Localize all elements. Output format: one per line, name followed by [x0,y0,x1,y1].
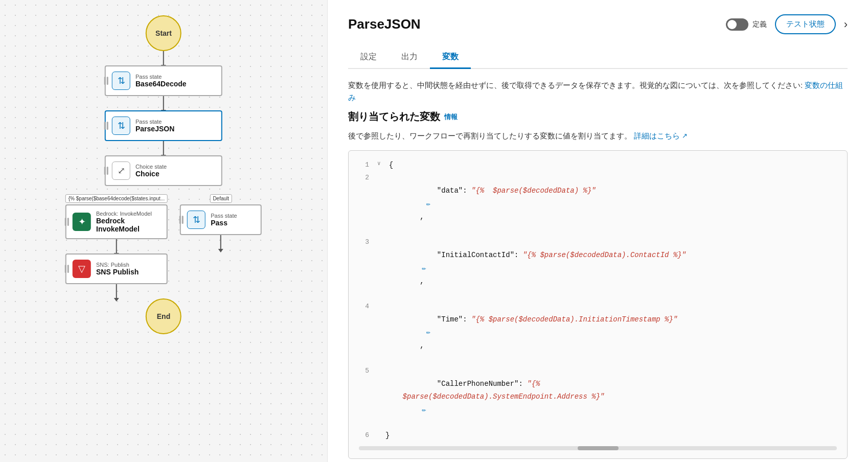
code-line-3: 3 "InitialContactId": "{% $parse($decode… [359,236,837,301]
scrollbar-thumb[interactable] [578,446,619,450]
tab-config[interactable]: 設定 [348,47,389,69]
description-text: 変数を使用すると、中間状態を経由せずに、後で取得できるデータを保存できます。視覚… [348,79,848,104]
node-type-sns: SNS: Publish [96,262,139,268]
connector-pass [220,235,221,249]
code-line-5: 5 "CallerPhoneNumber": "{% $parse($decod… [359,365,837,429]
header-right: 定義 テスト状態 › [726,14,848,34]
info-badge[interactable]: 情報 [444,112,458,122]
page-title: ParseJSON [348,16,421,32]
node-name-bedrock: Bedrock InvokeModel [96,217,161,233]
code-line-2: 2 "data": "{% $parse($decodedData) %}" ✏… [359,172,837,236]
node-sns[interactable]: ▽ SNS: Publish SNS Publish [65,253,168,284]
code-line-1: 1 ∨ { [359,159,837,172]
branch-right: Default ⇅ Pass state Pass [180,194,262,249]
node-name-sns: SNS Publish [96,268,139,276]
node-bedrock[interactable]: ✦ Bedrock: InvokeModel Bedrock InvokeMod… [65,204,168,239]
side-indicator-bedrock [65,218,69,226]
connector-sns [116,284,117,298]
tab-output[interactable]: 出力 [389,47,430,69]
connector-1 [163,51,164,65]
pass-icon-base64: ⇅ [112,72,130,90]
pass-icon-parsejson: ⇅ [112,117,130,135]
external-link-icon: ↗ [682,131,688,142]
node-base64decode[interactable]: ⇅ Pass state Base64Decode [105,65,222,96]
chevron-right-icon[interactable]: › [844,18,848,31]
branch-condition-label: {% $parse($base64decode($states.input... [65,194,168,203]
side-indicator-3 [104,167,108,175]
end-node[interactable]: End [146,298,181,334]
sns-icon: ▽ [73,260,91,278]
assign-text: 後で参照したり、ワークフローで再割り当てしたりする変数に値を割り当てます。 詳細… [348,130,848,142]
edit-icon-2[interactable]: ✏ [426,200,430,208]
detail-header: ParseJSON 定義 テスト状態 › [348,14,848,34]
node-name-parsejson: ParseJSON [135,125,174,133]
code-line-4: 4 "Time": "{% $parse($decodedData).Initi… [359,301,837,365]
default-label: Default [210,194,232,203]
edit-icon-3[interactable]: ✏ [422,264,426,272]
diagram-panel: Start ⇅ Pass state Base64Decode [0,0,327,462]
connector-bedrock [116,239,117,253]
definition-toggle[interactable] [726,18,748,31]
side-indicator-2 [104,122,108,130]
connector-2 [163,96,164,110]
branch-container: {% $parse($base64decode($states.input...… [65,194,262,298]
tab-variables[interactable]: 変数 [430,47,471,69]
detail-panel: ParseJSON 定義 テスト状態 › 設定 出力 変数 変数を使用すると、中… [327,0,868,462]
side-indicator [104,77,108,85]
test-state-button[interactable]: テスト状態 [775,14,836,34]
node-name-choice: Choice [135,170,167,178]
node-type-bedrock: Bedrock: InvokeModel [96,211,161,217]
horizontal-scrollbar[interactable] [359,446,837,450]
choice-icon: ⤢ [112,161,130,180]
side-indicator-sns [65,265,69,273]
toggle-label: 定義 [752,20,767,29]
edit-icon-5[interactable]: ✏ [422,406,426,414]
detail-link[interactable]: 詳細はこちら ↗ [634,130,688,142]
edit-icon-4[interactable]: ✏ [426,328,430,336]
code-line-6: 6 } [359,429,837,442]
node-type-pass: Pass state [211,213,237,219]
node-type-parsejson: Pass state [135,119,174,125]
start-node[interactable]: Start [146,15,181,51]
pass-icon-pass: ⇅ [187,211,205,229]
node-choice[interactable]: ⤢ Choice state Choice [105,155,222,186]
node-parsejson[interactable]: ⇅ Pass state ParseJSON [105,110,222,141]
node-pass[interactable]: ⇅ Pass state Pass [180,204,262,235]
branch-left: {% $parse($base64decode($states.input...… [65,194,168,298]
node-name-pass: Pass [211,219,237,227]
code-block: 1 ∨ { 2 "data": "{% $parse($decodedData)… [348,150,848,459]
toggle-group: 定義 [726,18,767,31]
bedrock-icon: ✦ [73,213,91,231]
tab-bar: 設定 出力 変数 [348,47,848,69]
node-type-choice: Choice state [135,164,167,170]
connector-3 [163,141,164,155]
node-name-base64: Base64Decode [135,80,187,88]
section-title: 割り当てられた変数 情報 [348,110,848,124]
node-type-base64: Pass state [135,74,187,80]
side-indicator-pass [179,216,184,224]
